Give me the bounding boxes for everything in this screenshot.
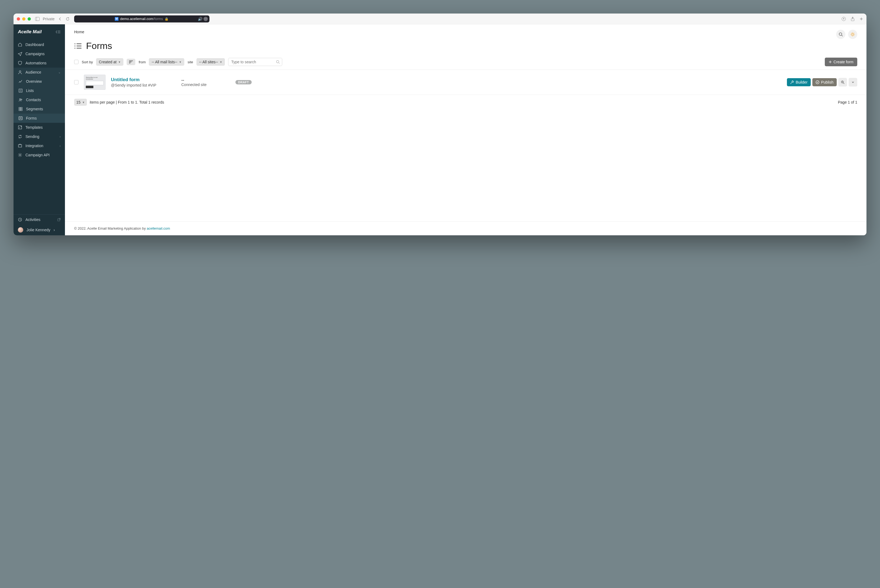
- audio-icon[interactable]: 🔊: [198, 17, 203, 21]
- svg-rect-21: [18, 145, 22, 147]
- builder-button[interactable]: Builder: [787, 78, 811, 86]
- connected-site-label: Connected site: [181, 82, 230, 87]
- page-title: Forms: [86, 40, 112, 51]
- nav-contacts[interactable]: Contacts: [14, 95, 65, 104]
- contacts-icon: [18, 98, 23, 102]
- svg-rect-17: [19, 117, 22, 120]
- nav-integration[interactable]: Integration›: [14, 141, 65, 150]
- search-field[interactable]: [231, 60, 274, 64]
- chevron-right-icon: ›: [54, 228, 55, 232]
- nav-templates[interactable]: Templates: [14, 123, 65, 132]
- form-title-link[interactable]: Untitled form: [111, 77, 140, 82]
- collapse-sidebar-icon[interactable]: [56, 30, 61, 34]
- nav-campaign-api[interactable]: Campaign API: [14, 150, 65, 160]
- list-toolbar: Sort by Created at▼ from -- All mail lis…: [65, 58, 866, 70]
- svg-rect-13: [19, 107, 20, 109]
- back-button[interactable]: [58, 17, 62, 21]
- svg-point-12: [21, 99, 22, 100]
- minimize-window-button[interactable]: [22, 17, 26, 21]
- svg-line-26: [842, 35, 842, 36]
- sort-label: Sort by: [82, 60, 93, 64]
- svg-point-47: [816, 81, 819, 84]
- clock-icon: [18, 218, 22, 222]
- nav-segments[interactable]: Segments: [14, 104, 65, 114]
- form-subtitle: @Sendy imported list #VIP: [111, 83, 176, 87]
- url-path: /forms: [153, 17, 163, 21]
- chevron-down-icon: ⌄: [58, 70, 61, 74]
- lock-icon: 🔒: [165, 17, 168, 21]
- share-icon[interactable]: [851, 17, 854, 21]
- svg-rect-16: [21, 109, 22, 111]
- nav-lists[interactable]: Lists: [14, 86, 65, 95]
- url-bar[interactable]: M demo.acellemail.com/forms 🔒 🔊 ⋯: [74, 15, 209, 22]
- publish-button[interactable]: Publish: [812, 78, 837, 86]
- close-window-button[interactable]: [17, 17, 20, 21]
- form-thumbnail[interactable]: Subscribe to ournewsletter: [84, 75, 105, 90]
- sort-dropdown[interactable]: Created at▼: [96, 58, 123, 66]
- svg-point-7: [19, 70, 21, 72]
- chevron-right-icon: ›: [60, 144, 61, 147]
- svg-line-35: [851, 35, 852, 36]
- new-tab-icon[interactable]: [859, 17, 863, 21]
- shield-icon: [18, 61, 22, 65]
- footer-link[interactable]: acellemail.com: [147, 226, 170, 231]
- theme-toggle-button[interactable]: [848, 30, 857, 39]
- list-icon: [18, 88, 23, 93]
- site-dropdown[interactable]: -- All sites--▼: [197, 58, 225, 66]
- row-checkbox[interactable]: [74, 80, 78, 84]
- nav-overview[interactable]: Overview: [14, 77, 65, 86]
- status-badge: DRAFT: [236, 80, 252, 84]
- select-all-checkbox[interactable]: [74, 60, 78, 64]
- maximize-window-button[interactable]: [28, 17, 31, 21]
- svg-rect-15: [19, 109, 20, 111]
- from-label: from: [138, 60, 146, 64]
- templates-icon: [18, 125, 22, 129]
- svg-point-37: [75, 45, 75, 46]
- zoom-button[interactable]: [838, 78, 847, 87]
- segments-icon: [18, 107, 23, 111]
- nav-campaigns[interactable]: Campaigns: [14, 49, 65, 58]
- search-button[interactable]: [836, 30, 845, 39]
- caret-down-icon: ▼: [82, 101, 85, 104]
- footer: © 2022. Acelle Email Marketing Applicati…: [65, 221, 866, 235]
- per-page-dropdown[interactable]: 15▼: [74, 99, 87, 106]
- row-menu-button[interactable]: [848, 78, 857, 87]
- svg-point-25: [839, 33, 842, 35]
- pager-summary: items per page | From 1 to 1. Total 1 re…: [90, 100, 164, 104]
- nav-audience[interactable]: Audience⌄: [14, 68, 65, 77]
- avatar: [18, 227, 23, 232]
- search-icon: [276, 60, 280, 64]
- plus-icon: [829, 60, 832, 63]
- breadcrumb[interactable]: Home: [74, 30, 84, 34]
- svg-line-46: [279, 63, 279, 63]
- svg-rect-8: [19, 89, 22, 92]
- site-favicon: M: [115, 17, 119, 21]
- nav-automations[interactable]: Automations: [14, 58, 65, 68]
- create-form-button[interactable]: Create form: [825, 58, 857, 66]
- content: Home Forms Sort by: [65, 24, 866, 235]
- nav-user[interactable]: Jolie Kennedy›: [14, 225, 65, 235]
- svg-point-22: [20, 154, 21, 156]
- list-icon: [74, 43, 82, 49]
- nav-activities[interactable]: Activities: [14, 215, 65, 225]
- nav-forms[interactable]: Forms: [14, 114, 65, 123]
- connected-site-value: --: [181, 78, 230, 82]
- titlebar: Private M demo.acellemail.com/forms 🔒 🔊 …: [14, 14, 866, 24]
- reload-button[interactable]: [66, 17, 70, 21]
- chart-icon: [18, 79, 23, 84]
- nav-sending[interactable]: Sending›: [14, 132, 65, 141]
- external-link-icon: [57, 218, 61, 221]
- caret-down-icon: ▼: [179, 61, 182, 63]
- svg-point-38: [75, 48, 75, 48]
- page-menu-icon[interactable]: ⋯: [203, 17, 208, 21]
- search-input[interactable]: [228, 58, 282, 66]
- maillist-dropdown[interactable]: -- All mail lists--▼: [149, 58, 184, 66]
- sort-direction-button[interactable]: [127, 59, 135, 65]
- brand-logo: Acelle Mail: [18, 29, 42, 34]
- nav-dashboard[interactable]: Dashboard: [14, 40, 65, 49]
- site-label: site: [188, 60, 193, 64]
- caret-down-icon: ▼: [118, 61, 121, 63]
- downloads-icon[interactable]: [842, 17, 846, 21]
- svg-rect-0: [36, 17, 39, 21]
- sidebar-toggle-icon[interactable]: [35, 17, 39, 21]
